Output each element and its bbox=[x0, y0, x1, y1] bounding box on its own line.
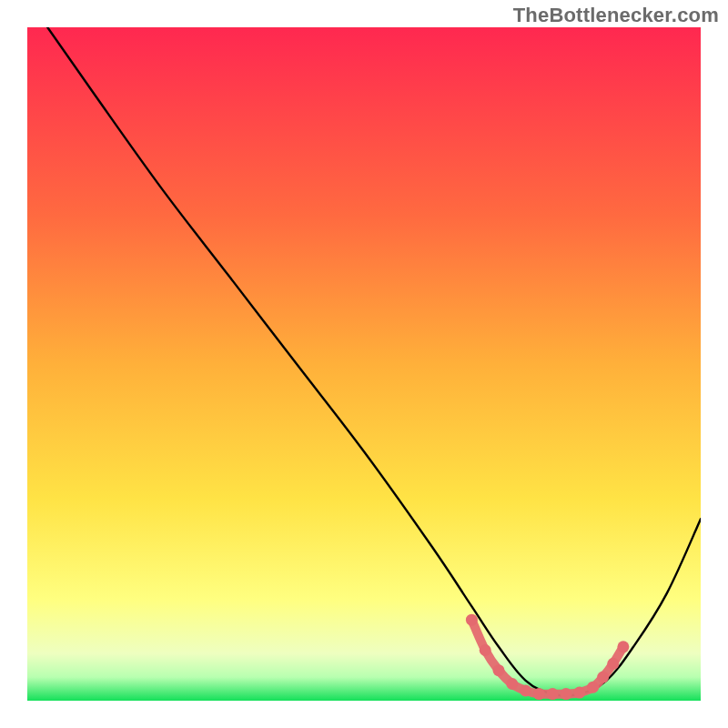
marker-dot bbox=[520, 684, 531, 696]
marker-dot bbox=[533, 688, 545, 700]
marker-dot bbox=[493, 664, 505, 676]
marker-dot bbox=[587, 682, 599, 693]
marker-dot bbox=[480, 644, 491, 656]
marker-dot bbox=[466, 614, 478, 626]
marker-dot bbox=[607, 658, 619, 670]
attribution-label: TheBottlenecker.com bbox=[513, 4, 719, 27]
marker-dot bbox=[597, 672, 609, 683]
marker-dot bbox=[573, 687, 585, 699]
marker-dot bbox=[506, 678, 518, 690]
chart-canvas: TheBottlenecker.com bbox=[0, 0, 728, 728]
marker-dot bbox=[617, 641, 629, 652]
gradient-background bbox=[27, 27, 701, 701]
marker-dot bbox=[547, 688, 559, 700]
bottleneck-chart bbox=[27, 27, 701, 701]
marker-dot bbox=[561, 688, 572, 700]
